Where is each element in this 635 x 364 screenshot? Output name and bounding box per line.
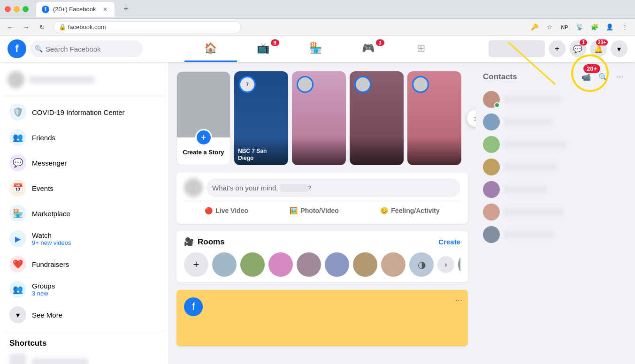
profile-icon[interactable]: 👤 (603, 21, 616, 34)
sidebar-item-groups[interactable]: 👥 Groups 3 new (4, 277, 165, 302)
room-add-button[interactable]: + (184, 252, 208, 277)
messenger-button[interactable]: 💬 1 (569, 40, 586, 57)
post-avatar (184, 178, 203, 197)
sidebar-item-friends[interactable]: 👥 Friends (4, 125, 165, 150)
key-icon[interactable]: 🔑 (528, 21, 541, 34)
contact-name-5 (505, 186, 547, 193)
forward-button[interactable]: → (20, 21, 33, 34)
room-avatar-3[interactable] (268, 252, 293, 277)
contact-name-4 (505, 164, 556, 170)
sidebar-item-covid-content: COVID-19 Information Center (32, 108, 125, 116)
room-avatar-5[interactable] (325, 252, 349, 277)
star-icon[interactable]: ☆ (543, 21, 556, 34)
bell-icon: 🔔 (594, 45, 603, 53)
room-avatar-9[interactable] (458, 252, 460, 277)
contacts-title: Contacts (483, 72, 517, 82)
sidebar-divider-2 (4, 331, 165, 331)
see-more-label: See More (32, 311, 62, 319)
nav-home[interactable]: 🏠 (184, 36, 237, 62)
post-card-fb-icon: f (184, 297, 203, 316)
contacts-video-button[interactable]: 📹 (579, 69, 594, 84)
tab-close-button[interactable]: ✕ (101, 6, 109, 13)
gaming-icon: 🎮 (362, 42, 375, 54)
account-dropdown-button[interactable]: ▾ (611, 40, 627, 57)
chrome-menu-button[interactable]: ⋮ (618, 21, 631, 34)
room-avatar-6[interactable] (353, 252, 377, 277)
search-input[interactable] (46, 45, 130, 53)
sidebar-item-marketplace[interactable]: 🏪 Marketplace (4, 201, 165, 226)
story-card-nbc[interactable]: 7 NBC 7 SanDiego (234, 71, 288, 165)
contact-item-4[interactable] (479, 156, 631, 178)
stories-next-button[interactable]: › (467, 110, 475, 127)
minimize-dot[interactable] (14, 6, 20, 12)
rooms-box: 🎥 Rooms Create + ◑ › (176, 231, 468, 282)
extension-icon[interactable]: 🧩 (588, 21, 601, 34)
sidebar-item-messenger[interactable]: 💬 Messenger (4, 151, 165, 175)
facebook-main: 🛡️ COVID-19 Information Center 👥 Friends… (0, 62, 635, 364)
room-avatar-2[interactable] (240, 252, 265, 277)
room-avatar-4[interactable] (297, 252, 321, 277)
room-avatar-1[interactable] (212, 252, 237, 277)
contact-item-2[interactable] (479, 111, 631, 133)
search-name-bar[interactable] (489, 40, 545, 57)
fullscreen-dot[interactable] (23, 6, 29, 12)
contact-item-1[interactable] (479, 88, 631, 111)
sidebar-shortcut-1[interactable] (4, 350, 165, 364)
sidebar-item-watch[interactable]: ▶ Watch 9+ new videos (4, 227, 165, 251)
shortcuts-header: Shortcuts (4, 335, 165, 350)
contacts-search-button[interactable]: 🔍 (596, 69, 611, 84)
contact-item-6[interactable] (479, 201, 631, 223)
search-bar[interactable]: 🔍 (30, 40, 143, 57)
sidebar-item-events[interactable]: 📅 Events (4, 176, 165, 200)
post-box-divider (184, 201, 460, 201)
sidebar-item-fundraisers[interactable]: ❤️ Fundraisers (4, 252, 165, 276)
sidebar-profile[interactable] (4, 68, 165, 92)
browser-tab[interactable]: f (20+) Facebook ✕ (36, 2, 115, 17)
notifications-button[interactable]: 🔔 20+ (590, 40, 607, 57)
rooms-next-button[interactable]: › (437, 256, 454, 273)
close-dot[interactable] (5, 6, 11, 12)
rooms-label: Rooms (198, 237, 225, 247)
live-video-button[interactable]: 🔴 Live Video (197, 203, 256, 218)
story-card-3[interactable] (292, 71, 346, 165)
search-icon: 🔍 (35, 45, 43, 53)
post-input-field[interactable]: What's on your mind, ? (207, 178, 460, 197)
grid-icon: ⊞ (417, 42, 425, 54)
refresh-button[interactable]: ↻ (36, 21, 49, 34)
nav-menu[interactable]: ⊞ (395, 36, 447, 62)
back-button[interactable]: ← (4, 21, 17, 34)
story-card-4[interactable] (350, 71, 404, 165)
username-placeholder (280, 184, 307, 192)
contact-avatar-1 (483, 91, 500, 108)
sidebar-item-covid[interactable]: 🛡️ COVID-19 Information Center (4, 100, 165, 124)
story-card-5[interactable] (407, 71, 461, 165)
gaming-badge: 3 (376, 39, 384, 46)
facebook-logo[interactable]: f (8, 39, 26, 58)
create-story-card[interactable]: + Create a Story (176, 71, 230, 165)
feeling-icon: 😊 (380, 207, 388, 214)
contacts-more-button[interactable]: ··· (612, 69, 627, 84)
home-icon: 🏠 (204, 42, 217, 54)
feeling-button[interactable]: 😊 Feeling/Activity (373, 203, 447, 218)
nav-video[interactable]: 📺 9 (237, 36, 290, 62)
contact-name-6 (505, 209, 563, 215)
room-avatar-7[interactable] (381, 252, 405, 277)
address-bar[interactable]: 🔒 facebook.com (54, 21, 241, 33)
right-sidebar: Contacts 📹 🔍 ··· (475, 62, 635, 364)
create-button[interactable]: + (549, 40, 566, 57)
chrome-cast-icon[interactable]: 📡 (573, 21, 586, 34)
contact-item-7[interactable] (479, 223, 631, 246)
contact-item-3[interactable] (479, 133, 631, 156)
post-card-menu-button[interactable]: ··· (455, 296, 462, 305)
contact-item-5[interactable] (479, 178, 631, 201)
rooms-create-button[interactable]: Create (438, 238, 460, 246)
post-placeholder: What's on your mind, ? (212, 184, 311, 192)
new-tab-button[interactable]: + (120, 4, 131, 15)
sidebar-item-see-more[interactable]: ▾ See More (4, 303, 165, 327)
photo-video-button[interactable]: 🖼️ Photo/Video (282, 203, 346, 218)
post-composer: What's on your mind, ? 🔴 Live Video 🖼️ P… (176, 173, 468, 224)
nav-gaming[interactable]: 🎮 3 (342, 36, 395, 62)
profile-initial-np[interactable]: NP (558, 21, 571, 34)
room-avatar-8[interactable]: ◑ (409, 252, 434, 277)
nav-marketplace[interactable]: 🏪 (290, 36, 342, 62)
